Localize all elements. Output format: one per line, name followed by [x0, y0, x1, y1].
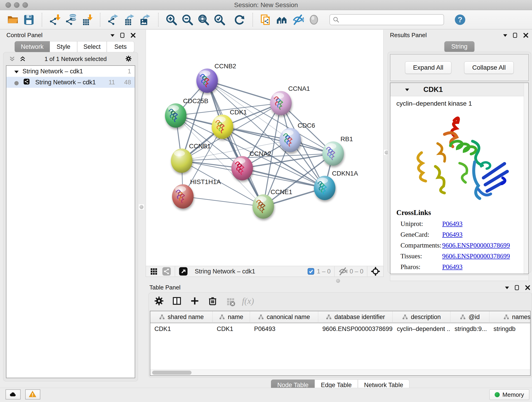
table-cell[interactable]: CDK1	[213, 323, 250, 335]
string-view-badge-icon[interactable]	[162, 267, 171, 276]
cdk1-entry-header[interactable]: CDK1	[390, 83, 528, 96]
table-hscrollbar-thumb[interactable]	[152, 370, 191, 375]
search-box[interactable]	[329, 14, 444, 25]
table-cell[interactable]: P06493	[250, 323, 318, 335]
table-panel-close-icon[interactable]	[525, 285, 530, 290]
fit-selected-crosshair-icon[interactable]	[371, 267, 380, 276]
table-cell[interactable]: cyclin–dependent ...	[393, 323, 450, 335]
hidden-eye-icon[interactable]	[338, 267, 347, 276]
zoom-in-icon[interactable]	[165, 13, 178, 26]
save-session-icon[interactable]	[22, 13, 35, 26]
minimize-window-button[interactable]	[14, 2, 19, 8]
add-column-icon[interactable]	[190, 296, 200, 306]
hide-selected-icon[interactable]	[291, 13, 304, 26]
refresh-icon[interactable]	[233, 13, 246, 26]
node-label-CCNA2: CCNA2	[249, 150, 271, 157]
network-edge-CCNB2-CCNA1[interactable]	[207, 81, 281, 103]
network-node-CCNE1[interactable]: CCNE1	[253, 188, 292, 219]
delete-column-icon[interactable]	[208, 296, 218, 306]
table-panel-float-icon[interactable]	[514, 285, 520, 290]
collapse-all-icon[interactable]	[9, 56, 16, 62]
network-row[interactable]: String Network – cdk1 11 48	[6, 77, 135, 88]
crosslink-link[interactable]: P06493	[442, 263, 462, 271]
table-cell[interactable]: CDK1	[150, 323, 213, 335]
results-hscroll-strip[interactable]	[390, 275, 529, 281]
expand-all-button[interactable]: Expand All	[405, 61, 451, 74]
network-node-HIST1H1A[interactable]: HIST1H1A	[172, 178, 221, 209]
zoom-fit-icon[interactable]	[197, 13, 210, 26]
table-options-gear-icon[interactable]	[154, 296, 164, 306]
share-document-icon[interactable]	[259, 13, 272, 26]
network-node-CDKN1A[interactable]: CDKN1A	[314, 170, 358, 200]
network-graph[interactable]: CCNB2 CCNA1 CDC25B CDK1 CDC6 RB1 CCNB1 C…	[146, 30, 383, 266]
import-table-icon[interactable]	[81, 13, 94, 26]
left-splitter-grip[interactable]	[138, 204, 144, 210]
birdseye-grid-icon[interactable]	[149, 267, 158, 276]
open-session-icon[interactable]	[6, 13, 19, 26]
maximize-window-button[interactable]	[22, 2, 28, 8]
control-panel-float-icon[interactable]	[120, 32, 125, 38]
tab-sets[interactable]: Sets	[107, 41, 134, 52]
results-panel-float-icon[interactable]	[512, 32, 518, 38]
column-header-shared-name[interactable]: shared name	[150, 311, 213, 323]
results-scrollbar[interactable]	[524, 83, 528, 274]
collapse-all-button[interactable]: Collapse All	[464, 61, 514, 74]
column-header-database-identifier[interactable]: database identifier	[318, 311, 393, 323]
table-panel-menu-icon[interactable]	[504, 285, 509, 290]
crosslink-link[interactable]: P06493	[442, 220, 462, 228]
crosslink-row: Uniprot:P06493	[396, 220, 528, 228]
control-panel-close-icon[interactable]	[130, 32, 136, 38]
selected-checkbox-icon[interactable]	[307, 268, 315, 275]
column-header--id[interactable]: @id	[450, 311, 489, 323]
search-input[interactable]	[340, 15, 441, 24]
network-canvas[interactable]: CCNB2 CCNA1 CDC25B CDK1 CDC6 RB1 CCNB1 C…	[146, 30, 384, 266]
import-network-file-icon[interactable]	[49, 13, 61, 26]
import-network-database-icon[interactable]	[65, 13, 77, 26]
show-columns-icon[interactable]	[172, 296, 182, 306]
network-node-RB1[interactable]: RB1	[322, 135, 353, 166]
entry-collapse-icon[interactable]	[404, 87, 410, 92]
control-panel-menu-icon[interactable]	[109, 32, 114, 38]
node-label-RB1: RB1	[341, 135, 353, 143]
svg-text:?: ?	[458, 16, 462, 24]
bottom-splitter-grip[interactable]	[335, 278, 341, 284]
table-cell[interactable]: 9606.ENSP00000378699	[318, 323, 393, 335]
warnings-button[interactable]	[25, 389, 40, 400]
zoom-selected-icon[interactable]	[213, 13, 226, 26]
string-home-icon[interactable]	[275, 13, 288, 26]
close-window-button[interactable]	[6, 2, 11, 8]
zoom-out-icon[interactable]	[181, 13, 194, 26]
export-network-icon[interactable]	[107, 13, 120, 26]
table-cell[interactable]: stringdb	[489, 323, 531, 335]
crosslink-link[interactable]: 9606.ENSP00000378699	[442, 252, 510, 260]
table-hscrollbar[interactable]	[150, 370, 530, 375]
column-header-canonical-name[interactable]: canonical name	[250, 311, 318, 323]
network-options-gear-icon[interactable]	[125, 55, 133, 63]
protein-structure-image	[405, 109, 513, 205]
crosslink-link[interactable]: P06493	[442, 231, 462, 238]
network-node-CDK1[interactable]: CDK1	[212, 109, 247, 139]
column-header-namespace[interactable]: namespace	[489, 311, 531, 323]
tab-string[interactable]: String	[444, 41, 475, 52]
results-panel-menu-icon[interactable]	[502, 32, 507, 38]
export-image-icon[interactable]	[139, 13, 152, 26]
tab-network[interactable]: Network	[15, 41, 50, 52]
open-in-window-icon[interactable]	[179, 267, 188, 276]
crosslink-link[interactable]: 9606.ENSP00000378699	[442, 242, 510, 249]
table-cell[interactable]: stringdb:9...	[450, 323, 489, 335]
column-header-description[interactable]: description	[393, 311, 450, 323]
results-panel-close-icon[interactable]	[523, 32, 528, 38]
network-edge-HIST1H1A-CCNE1[interactable]	[183, 196, 263, 206]
network-edge-CCNB2-CCNE1[interactable]	[207, 81, 263, 206]
help-icon[interactable]: ?	[454, 13, 467, 26]
network-node-CCNA1[interactable]: CCNA1	[270, 85, 310, 115]
expand-all-icon[interactable]	[19, 56, 26, 62]
tab-select[interactable]: Select	[77, 41, 107, 52]
cloud-button[interactable]	[6, 389, 21, 400]
network-collection-row[interactable]: String Network – cdk1 1	[6, 66, 135, 77]
tab-style[interactable]: Style	[50, 41, 77, 52]
export-table-icon[interactable]	[123, 13, 136, 26]
show-all-icon[interactable]	[307, 13, 320, 26]
column-header-name[interactable]: name	[213, 311, 250, 323]
memory-button[interactable]: Memory	[489, 389, 529, 400]
